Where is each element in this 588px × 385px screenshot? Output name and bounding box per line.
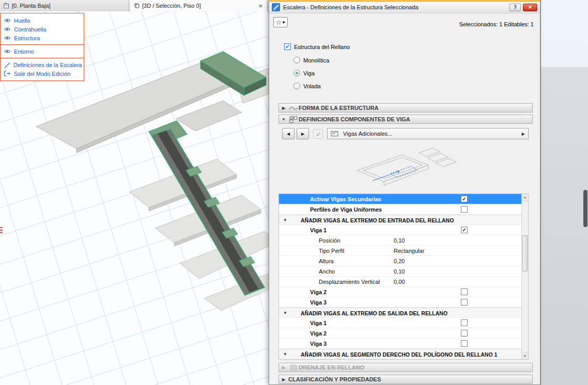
stair-structure-dialog: Escalera - Definiciones de la Estructura… [269, 0, 540, 385]
row-checkbox[interactable] [461, 299, 468, 306]
row-label: Viga 2 [310, 330, 327, 336]
row-checkbox[interactable] [461, 288, 468, 295]
table-row[interactable]: ▼ Viga 3 [279, 339, 522, 349]
arrow-left-icon: ◀ [287, 132, 290, 136]
row-checkbox[interactable] [461, 196, 468, 202]
row-label: Desplazamiento Vertical [319, 279, 380, 285]
menu-item-huella[interactable]: Huella [1, 16, 84, 25]
drainage-grid-icon [288, 365, 299, 371]
row-label: Altura [319, 258, 334, 264]
row-value[interactable]: Rectangular [394, 248, 424, 254]
tab-close-icon[interactable]: × [257, 3, 264, 9]
menu-item-definiciones-escalera[interactable]: Definiciones de la Escalera [1, 60, 84, 69]
beam-profile-icon [331, 131, 339, 137]
group-expand-icon[interactable]: ▼ [283, 352, 287, 357]
row-label: Viga 1 [310, 227, 327, 233]
row-checkbox[interactable] [461, 330, 468, 336]
eye-icon [4, 18, 11, 23]
row-checkbox[interactable] [461, 206, 468, 213]
table-row[interactable]: ▼ Altura 0,20 [279, 256, 522, 266]
section-componentes-viga[interactable]: ▼ DEFINICIONES COMPONENTES DE VIGA [278, 115, 533, 124]
menu-item-label: Huella [14, 18, 30, 24]
table-row[interactable]: ▼ Posición 0,10 [279, 235, 522, 246]
menu-item-label: Definiciones de la Escalera [13, 62, 82, 68]
help-button[interactable]: ? [509, 4, 521, 11]
menu-item-label: Salir del Modo Edición [14, 71, 70, 77]
radio-button[interactable] [293, 70, 300, 76]
row-label: Posición [319, 237, 341, 244]
radio-button[interactable] [293, 83, 300, 89]
app-left-area: [0. Planta Baja] [3D / Selección, Piso 0… [0, 0, 269, 385]
row-checkbox[interactable] [461, 340, 468, 347]
table-row[interactable]: ▼ Activar Vigas Secundarias [279, 194, 522, 204]
section-forma-estructura[interactable]: ▶ FORMA DE LA ESTRUCTURA [278, 103, 533, 113]
radio-volada[interactable]: Volada [293, 83, 321, 89]
chevron-right-icon[interactable]: ▶ [522, 132, 525, 136]
landing-structure-label: Estructura del Rellano [294, 44, 350, 50]
section-drenaje[interactable]: ▶ DRENAJE EN RELLANO [278, 363, 533, 372]
table-row[interactable]: ▼ Tipo Perfil Rectangular [279, 246, 522, 256]
table-row[interactable]: ▼ Viga 2 [279, 287, 522, 297]
table-row[interactable]: ▼ Desplazamiento Vertical 0,00 [279, 277, 522, 287]
section-label: CLASIFICACIÓN Y PROPIEDADES [288, 376, 381, 382]
scrollbar-thumb[interactable] [522, 235, 528, 271]
landing-structure-checkbox[interactable] [284, 43, 291, 50]
row-value[interactable]: 0,10 [394, 268, 405, 275]
row-value[interactable]: 0,00 [394, 279, 405, 285]
table-row[interactable]: ▼ Viga 1 [279, 225, 522, 235]
table-row[interactable]: ▼ AÑADIR VIGAS AL EXTREMO DE SALIDA DEL … [279, 308, 522, 318]
row-label: Perfiles de Viga Uniformes [310, 206, 382, 213]
edit-beam-button[interactable] [313, 129, 323, 139]
row-value[interactable]: 0,20 [394, 258, 405, 264]
row-checkbox[interactable] [461, 227, 468, 233]
row-checkbox[interactable] [461, 319, 468, 326]
radio-viga[interactable]: Viga [293, 70, 315, 76]
radio-label: Volada [303, 83, 321, 89]
structure-checkbox-row: Estructura del Rellano [284, 43, 350, 50]
scroll-up-icon[interactable]: ▲ [522, 194, 528, 201]
section-clasificacion[interactable]: ▶ CLASIFICACIÓN Y PROPIEDADES [278, 375, 533, 384]
table-scrollbar[interactable]: ▲ ▼ [521, 194, 528, 359]
table-row[interactable]: ▼ AÑADIR VIGAS AL EXTREMO DE ENTRADA DEL… [279, 215, 522, 225]
table-row[interactable]: ▼ AÑADIR VIGAS AL SEGMENTO DERECHO DEL P… [279, 349, 522, 359]
next-beam-button[interactable]: ▶ [297, 128, 309, 139]
row-label: Tipo Perfil [319, 248, 344, 254]
stair-dialog-icon [272, 3, 280, 11]
menu-item-contrahuella[interactable]: Contrahuella [1, 25, 84, 34]
row-label: Ancho [319, 268, 335, 275]
tab-3d-view[interactable]: [3D / Selección, Piso 0] × [130, 0, 268, 11]
beam-selector-dropdown[interactable]: Vigas Adicionales... ▶ [327, 128, 529, 139]
app-background-right [540, 0, 588, 385]
tab-bar: [0. Planta Baja] [3D / Selección, Piso 0… [0, 0, 269, 11]
chevron-down-icon: ▼ [279, 117, 288, 122]
table-row[interactable]: ▼ Viga 2 [279, 328, 522, 339]
close-button[interactable]: ✕ [523, 4, 537, 11]
edge-selection-marks [0, 226, 4, 235]
tab-floor-plan[interactable]: [0. Planta Baja] [0, 0, 129, 11]
menu-item-estructura[interactable]: Estructura [1, 34, 84, 42]
radio-monolitica[interactable]: Monolítica [293, 57, 329, 63]
arrow-right-icon: ▶ [301, 132, 304, 136]
table-row[interactable]: ▼ Perfiles de Viga Uniformes [279, 204, 522, 215]
eye-icon [4, 36, 11, 40]
table-row[interactable]: ▼ Ancho 0,10 [279, 266, 522, 277]
group-expand-icon[interactable]: ▼ [283, 311, 287, 315]
previous-beam-button[interactable]: ◀ [282, 128, 295, 139]
menu-item-entorno[interactable]: Entorno [1, 47, 84, 56]
favorites-button[interactable]: ☆▶ [273, 17, 288, 27]
radio-button[interactable] [293, 57, 300, 63]
section-label: DEFINICIONES COMPONENTES DE VIGA [299, 116, 410, 122]
radio-label: Monolítica [303, 57, 329, 63]
dialog-titlebar[interactable]: Escalera - Definiciones de la Estructura… [269, 2, 540, 13]
menu-item-salir-modo-edicion[interactable]: Salir del Modo Edición [1, 69, 84, 78]
window-scrollbar-thumb[interactable] [583, 190, 587, 227]
table-row[interactable]: ▼ Viga 1 [279, 318, 522, 328]
dialog-title: Escalera - Definiciones de la Estructura… [283, 4, 509, 10]
row-label: Viga 3 [310, 341, 327, 347]
table-row[interactable]: ▼ Viga 3 [279, 297, 522, 308]
row-value[interactable]: 0,10 [394, 237, 405, 244]
group-expand-icon[interactable]: ▼ [283, 218, 287, 222]
shape-wave-icon [288, 105, 299, 110]
row-label: AÑADIR VIGAS AL EXTREMO DE ENTRADA DEL R… [301, 217, 454, 223]
scroll-down-icon[interactable]: ▼ [522, 352, 528, 359]
